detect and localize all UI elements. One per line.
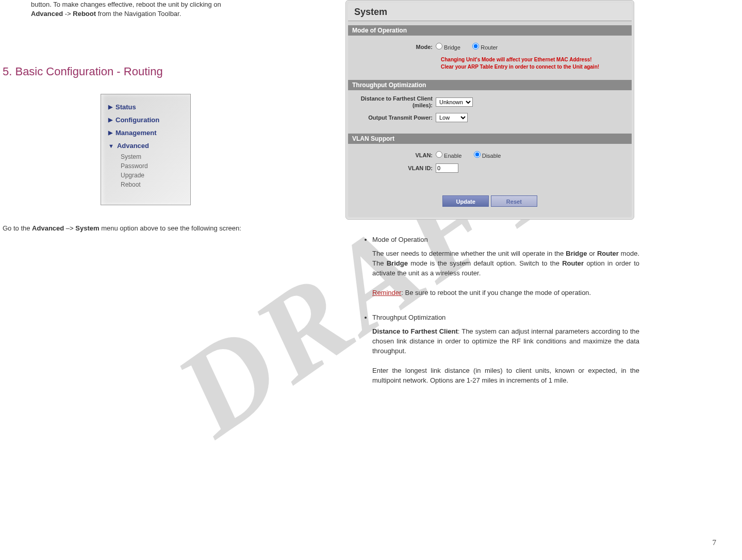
nav-sub-system[interactable]: System xyxy=(101,152,190,161)
nav-item-configuration[interactable]: ▶ Configuration xyxy=(101,113,190,126)
nav-label-advanced: Advanced xyxy=(117,142,149,150)
p1-bridge2: Bridge xyxy=(387,259,408,267)
update-button[interactable]: Update xyxy=(442,195,489,207)
distance-select[interactable]: Unknown xyxy=(436,97,473,107)
warning-line2: Clear your ARP Table Entry in order to c… xyxy=(441,64,599,70)
nav-sub-reboot[interactable]: Reboot xyxy=(101,180,190,189)
bullet2-title: Throughput Optimization xyxy=(372,314,446,321)
bn-text3: menu option above to see the following s… xyxy=(100,224,241,232)
bn-bold2: System xyxy=(75,224,99,232)
frag-bold-advanced: Advanced xyxy=(31,10,63,18)
vlan-label: VLAN: xyxy=(353,152,436,158)
nav-item-advanced[interactable]: ▼ Advanced xyxy=(101,139,190,152)
p1-router2: Router xyxy=(562,259,584,267)
mode-radio-router[interactable]: Router xyxy=(472,44,498,51)
reset-button[interactable]: Reset xyxy=(491,195,537,207)
bn-text1: Go to the xyxy=(3,224,32,232)
p1-bridge: Bridge xyxy=(566,250,587,257)
throughput-section-header: Throughput Optimization xyxy=(348,80,632,90)
mode-warning: Changing Unit's Mode will affect your Et… xyxy=(348,53,632,76)
nav-label-management: Management xyxy=(116,129,156,137)
right-text-block: Mode of Operation The user needs to dete… xyxy=(361,235,639,385)
frag-bold-reboot: Reboot xyxy=(73,10,96,18)
frag-rest: from the Navigation Toolbar. xyxy=(96,10,181,18)
nav-sub-password[interactable]: Password xyxy=(101,161,190,171)
bullet-throughput: Throughput Optimization Distance to Fart… xyxy=(372,313,639,385)
vlan-enable-text: Enable xyxy=(444,153,461,159)
nav-item-management[interactable]: ▶ Management xyxy=(101,126,190,139)
mode-section-header: Mode of Operation xyxy=(348,25,632,36)
vlan-radio-enable[interactable]: Enable xyxy=(436,153,461,159)
system-panel-inner: System Mode of Operation Mode: Bridge Ro… xyxy=(348,3,632,217)
system-title: System xyxy=(348,3,632,21)
page-number: 7 xyxy=(713,538,717,547)
vlan-section-header: VLAN Support xyxy=(348,134,632,144)
below-nav-text: Go to the Advanced –> System menu option… xyxy=(3,223,327,234)
bullet2-desc: Distance to Farthest Client: The system … xyxy=(372,327,639,385)
mode-label: Mode: xyxy=(353,44,436,50)
arrow-down-icon: ▼ xyxy=(108,143,114,149)
frag-arrow: -> xyxy=(63,10,73,18)
nav-screenshot: ▶ Status ▶ Configuration ▶ Management ▼ … xyxy=(101,94,191,205)
bn-text2: –> xyxy=(64,224,75,232)
vlan-id-input[interactable] xyxy=(436,163,458,173)
p2b: Enter the longest link distance (in mile… xyxy=(372,367,639,384)
arrow-right-icon: ▶ xyxy=(108,117,112,123)
mode-radio-bridge[interactable]: Bridge xyxy=(436,44,460,51)
bullet1-desc: The user needs to determine whether the … xyxy=(372,249,639,298)
p1a: The user needs to determine whether the … xyxy=(372,250,566,257)
p2-bold: Distance to Farthest Client xyxy=(372,327,458,335)
nav-label-status: Status xyxy=(116,103,136,111)
power-select[interactable]: Low xyxy=(436,113,468,122)
reminder-text: : Be sure to reboot the unit if you chan… xyxy=(401,289,591,297)
frag-line1: button. To make changes effective, reboo… xyxy=(31,1,221,8)
button-row: Update Reset xyxy=(348,175,632,207)
p1d: mode is the system default option. Switc… xyxy=(408,259,562,267)
power-label: Output Transmit Power: xyxy=(353,114,436,121)
nav-sub-upgrade[interactable]: Upgrade xyxy=(101,171,190,180)
distance-label: Distance to Farthest Client (miles): xyxy=(353,95,436,109)
vlan-disable-text: Disable xyxy=(482,153,501,159)
bn-bold1: Advanced xyxy=(32,224,64,232)
vlan-radio-disable[interactable]: Disable xyxy=(474,153,501,159)
arrow-right-icon: ▶ xyxy=(108,129,112,136)
vlan-id-label: VLAN ID: xyxy=(353,165,436,171)
left-column: button. To make changes effective, reboo… xyxy=(3,0,327,234)
system-panel: System Mode of Operation Mode: Bridge Ro… xyxy=(345,0,634,220)
top-fragment-paragraph: button. To make changes effective, reboo… xyxy=(3,0,327,19)
p1b: or xyxy=(587,250,597,257)
warning-line1: Changing Unit's Mode will affect your Et… xyxy=(441,57,592,62)
bullet1-title: Mode of Operation xyxy=(372,236,428,243)
reminder-label: Reminder xyxy=(372,289,401,297)
mode-router-text: Router xyxy=(481,44,498,51)
bullet-mode-of-operation: Mode of Operation The user needs to dete… xyxy=(372,235,639,298)
nav-item-status[interactable]: ▶ Status xyxy=(101,101,190,113)
mode-bridge-text: Bridge xyxy=(444,44,460,51)
p1-router: Router xyxy=(597,250,619,257)
section-heading: 5. Basic Configuration - Routing xyxy=(3,65,327,78)
arrow-right-icon: ▶ xyxy=(108,104,112,110)
nav-label-configuration: Configuration xyxy=(116,116,159,124)
right-column: System Mode of Operation Mode: Bridge Ro… xyxy=(345,0,639,394)
